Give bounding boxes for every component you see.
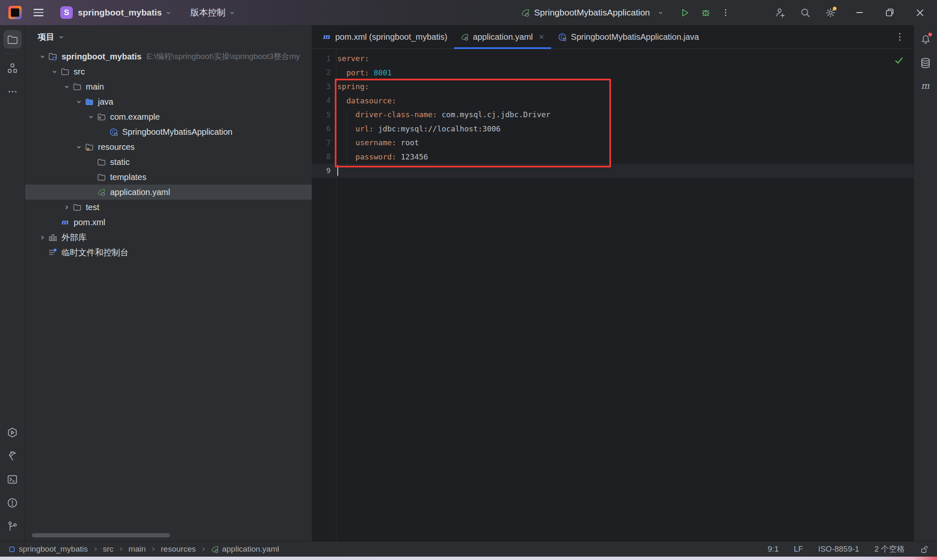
encoding-widget[interactable]: ISO-8859-1 xyxy=(818,545,859,554)
code-text: port: 8001 xyxy=(331,68,392,77)
chevron-down-icon[interactable] xyxy=(37,54,48,60)
tool-button-terminal[interactable] xyxy=(3,470,22,488)
tool-button-maven[interactable]: m xyxy=(916,77,935,95)
horizontal-scrollbar[interactable] xyxy=(32,533,170,537)
tree-item-templates[interactable]: templates xyxy=(25,170,312,185)
editor: mpom.xml (springboot_mybatis)application… xyxy=(312,25,914,541)
tool-button-project[interactable] xyxy=(3,30,22,49)
chevron-down-icon[interactable] xyxy=(85,114,96,120)
code-line-9[interactable]: 9 xyxy=(312,164,914,178)
settings-button[interactable] xyxy=(823,5,837,20)
chevron-right-icon[interactable] xyxy=(37,234,48,241)
folder-src-icon xyxy=(84,97,94,107)
code-line-6[interactable]: 6 url: jdbc:mysql://localhost:3006 xyxy=(312,122,914,136)
tool-button-more-tools[interactable] xyxy=(3,82,22,101)
tab-label: pom.xml (springboot_mybatis) xyxy=(335,32,447,42)
tree-item--[interactable]: 临时文件和控制台 xyxy=(25,245,312,260)
tool-button-notifications[interactable] xyxy=(916,30,935,49)
maven-icon: m xyxy=(322,32,331,41)
code-line-5[interactable]: 5 driver-class-name: com.mysql.cj.jdbc.D… xyxy=(312,108,914,122)
code-editor[interactable]: 1server:2 port: 80013spring:4 datasource… xyxy=(312,49,914,541)
tree-item-springbootmybatisapplication[interactable]: CSpringbootMybatisApplication xyxy=(25,124,312,139)
code-text: password: 123456 xyxy=(331,152,428,161)
lock-open-icon[interactable] xyxy=(920,545,929,554)
breadcrumb-label: springboot_mybatis xyxy=(19,545,88,554)
tool-button-structure[interactable] xyxy=(3,59,22,77)
breadcrumb-separator xyxy=(118,547,123,552)
tool-button-database[interactable] xyxy=(916,54,935,72)
line-number: 3 xyxy=(312,82,331,91)
breadcrumb-label: resources xyxy=(161,545,195,554)
window-minimize-button[interactable] xyxy=(850,5,869,20)
caret-position-widget[interactable]: 9:1 xyxy=(768,545,778,554)
editor-tab-application.yaml[interactable]: application.yaml xyxy=(454,25,551,49)
svg-text:m: m xyxy=(323,33,330,41)
breadcrumb-item-main[interactable]: main xyxy=(128,545,146,554)
left-tool-strip xyxy=(0,25,25,541)
window-close-button[interactable] xyxy=(910,5,929,20)
bug-icon xyxy=(701,8,711,18)
indent-widget[interactable]: 2 个空格 xyxy=(874,544,905,555)
chevron-down-icon[interactable] xyxy=(59,34,64,40)
tool-button-services[interactable] xyxy=(3,423,22,442)
tab-options-kebab[interactable]: ⋮ xyxy=(895,32,904,41)
vcs-menu-button[interactable]: 版本控制 xyxy=(190,7,226,18)
breadcrumb-item-src[interactable]: src xyxy=(103,545,113,554)
chevron-down-icon[interactable] xyxy=(61,84,72,90)
breadcrumb-item-springboot-mybatis[interactable]: springboot_mybatis xyxy=(8,545,88,554)
close-icon xyxy=(915,8,925,18)
chevron-down-icon[interactable] xyxy=(49,69,60,75)
chevron-down-icon[interactable] xyxy=(73,144,84,150)
code-line-4[interactable]: 4 datasource: xyxy=(312,94,914,108)
main-menu-button[interactable] xyxy=(33,9,44,16)
tree-item-test[interactable]: test xyxy=(25,200,312,215)
chevron-down-icon xyxy=(166,10,171,15)
search-everywhere-button[interactable] xyxy=(798,5,812,20)
tree-item-static[interactable]: static xyxy=(25,154,312,170)
chevron-right-icon[interactable] xyxy=(61,204,72,211)
module-icon xyxy=(8,546,15,553)
tree-item-label: templates xyxy=(110,172,146,182)
tree-item-pom.xml[interactable]: mpom.xml xyxy=(25,215,312,230)
editor-tab-bar: mpom.xml (springboot_mybatis)application… xyxy=(312,25,914,49)
run-button[interactable] xyxy=(678,5,692,20)
code-line-3[interactable]: 3spring: xyxy=(312,80,914,94)
more-actions-button[interactable] xyxy=(719,5,733,20)
editor-tab-springbootmybatisapplication.java[interactable]: CSpringbootMybatisApplication.java xyxy=(551,25,706,49)
tree-item-java[interactable]: java xyxy=(25,94,312,109)
run-configuration-selector[interactable]: SpringbootMybatisApplication xyxy=(521,8,663,18)
line-number: 8 xyxy=(312,152,331,161)
tool-button-version-control[interactable] xyxy=(3,517,22,535)
tree-item-springboot-mybatis[interactable]: springboot_mybatisE:\编程\springboot\实操\sp… xyxy=(25,49,312,64)
breadcrumb-separator xyxy=(93,547,98,552)
tab-close-icon[interactable] xyxy=(539,34,544,40)
project-switcher-button[interactable]: springboot_mybatis xyxy=(78,8,162,18)
restore-icon xyxy=(885,8,895,18)
code-line-2[interactable]: 2 port: 8001 xyxy=(312,66,914,80)
debug-button[interactable] xyxy=(698,5,713,20)
tree-item--[interactable]: 外部库 xyxy=(25,230,312,245)
tree-item-main[interactable]: main xyxy=(25,79,312,94)
tree-item-src[interactable]: src xyxy=(25,64,312,79)
tool-button-problems[interactable] xyxy=(3,493,22,512)
project-avatar-badge[interactable]: S xyxy=(60,6,73,19)
tree-item-application.yaml[interactable]: application.yaml xyxy=(25,185,312,200)
taskbar-sliver xyxy=(0,557,937,560)
line-separator-widget[interactable]: LF xyxy=(794,545,803,554)
add-user-icon xyxy=(775,7,786,18)
add-user-button[interactable] xyxy=(773,5,787,20)
code-text: spring: xyxy=(331,82,369,91)
tree-item-com.example[interactable]: com.example xyxy=(25,109,312,124)
tree-item-resources[interactable]: resources xyxy=(25,139,312,154)
breadcrumb-label: main xyxy=(128,545,146,554)
code-line-1[interactable]: 1server: xyxy=(312,51,914,66)
editor-tab-pom.xml[interactable]: mpom.xml (springboot_mybatis) xyxy=(315,25,454,49)
breadcrumb-item-resources[interactable]: resources xyxy=(161,545,195,554)
code-line-7[interactable]: 7 username: root xyxy=(312,136,914,150)
chevron-down-icon[interactable] xyxy=(73,99,84,105)
tree-item-label: static xyxy=(110,157,130,167)
tool-button-build[interactable] xyxy=(3,447,22,465)
breadcrumb-item-application.yaml[interactable]: application.yaml xyxy=(211,545,279,554)
window-restore-button[interactable] xyxy=(880,5,899,20)
code-line-8[interactable]: 8 password: 123456 xyxy=(312,150,914,164)
